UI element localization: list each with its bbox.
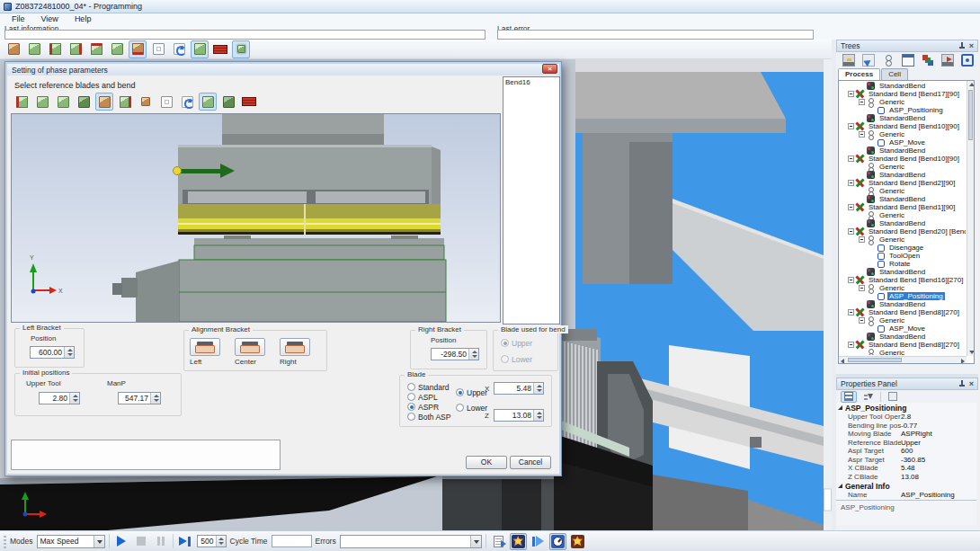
scroll-down-icon[interactable]: [969, 351, 975, 354]
tree-item[interactable]: Generic: [840, 98, 966, 106]
tree-item[interactable]: Generic: [840, 187, 966, 195]
tree-horizontal-scrollbar[interactable]: [839, 356, 967, 363]
dialog-toolbar-button[interactable]: [54, 93, 72, 111]
spinner-buttons[interactable]: [150, 393, 160, 404]
step-button[interactable]: [177, 534, 193, 549]
spinner-buttons[interactable]: [69, 393, 79, 404]
alignment-bracket-button[interactable]: [235, 338, 265, 356]
menu-item[interactable]: File: [4, 13, 33, 24]
tree-item[interactable]: Generic: [840, 284, 966, 292]
property-row[interactable]: X CBlade 5.48: [836, 464, 976, 473]
dialog-toolbar-button[interactable]: [219, 93, 237, 111]
tree-item[interactable]: ASP_Move: [840, 324, 966, 333]
spinner-buttons[interactable]: [64, 347, 74, 358]
main-toolbar-button[interactable]: [46, 40, 64, 58]
scroll-thumb[interactable]: [968, 90, 973, 140]
tree-vertical-scrollbar[interactable]: [967, 81, 974, 356]
tree-item[interactable]: Generic: [840, 130, 966, 138]
blade-type-radio[interactable]: ASPL: [407, 392, 450, 402]
tree-item[interactable]: Standard Bend [Bend8][270]: [840, 341, 966, 349]
ok-button[interactable]: OK: [466, 456, 507, 469]
main-toolbar-button[interactable]: [4, 40, 22, 58]
blade-type-radio[interactable]: ASPR: [407, 402, 450, 412]
expander-icon[interactable]: [848, 156, 854, 162]
tree-item[interactable]: ASP_Move: [840, 138, 966, 147]
pin-icon[interactable]: [958, 42, 966, 49]
dialog-toolbar-button[interactable]: [157, 93, 175, 111]
tree-tab[interactable]: Process: [838, 68, 880, 80]
expander-icon[interactable]: [848, 204, 854, 210]
blade-z-spinner[interactable]: 13.08: [494, 409, 544, 422]
tree-item[interactable]: StandardBend: [840, 333, 966, 341]
tree-item[interactable]: Standard Bend [Bend20] [Bend21][2: [840, 227, 966, 236]
tree-item[interactable]: ToolOpen: [840, 252, 966, 260]
alignment-bracket-button[interactable]: [190, 338, 220, 356]
blade-type-radio[interactable]: Standard: [407, 382, 450, 392]
bend-list-item[interactable]: Bend16: [503, 77, 559, 87]
properties-grid[interactable]: ASP_Positioning Upper Tool Oper 2.8 Bend…: [836, 403, 976, 500]
tree-item[interactable]: Generic: [840, 163, 966, 171]
property-row[interactable]: Bending line pos -0.77: [836, 422, 976, 431]
tree-item[interactable]: Generic: [840, 211, 966, 219]
dialog-titlebar[interactable]: Setting of phase parameters: [7, 64, 559, 76]
main-toolbar-button[interactable]: [232, 40, 250, 58]
trees-toolbar-button[interactable]: [920, 53, 936, 68]
property-row[interactable]: Z CBlade 13.08: [836, 473, 976, 482]
dialog-close-button[interactable]: ×: [542, 64, 557, 74]
tree-item[interactable]: Standard Bend [Bend10][90]: [840, 122, 966, 130]
dialog-3d-viewport[interactable]: Y X: [11, 113, 501, 323]
main-toolbar-button[interactable]: [170, 40, 188, 58]
expander-icon[interactable]: [859, 236, 865, 243]
simulation-option-button[interactable]: [549, 533, 566, 550]
main-toolbar-button[interactable]: [108, 40, 126, 58]
trees-toolbar-button[interactable]: [860, 53, 877, 68]
dialog-toolbar-button[interactable]: [33, 93, 51, 111]
tree-item[interactable]: Standard Bend [Bend1][90]: [840, 203, 966, 211]
menu-item[interactable]: View: [33, 13, 67, 24]
manp-spinner[interactable]: 547.17: [118, 392, 161, 404]
trees-toolbar-button[interactable]: [959, 53, 976, 68]
close-icon[interactable]: ×: [969, 380, 974, 387]
expander-icon[interactable]: [848, 91, 854, 97]
property-row[interactable]: Aspl Target 600: [836, 447, 976, 456]
trees-toolbar-button[interactable]: [940, 53, 956, 68]
pin-icon[interactable]: [958, 380, 966, 387]
dialog-toolbar-button[interactable]: [116, 93, 134, 111]
tree-item[interactable]: Disengage: [840, 244, 966, 252]
tree-item[interactable]: Standard Bend [Bend17][90]: [840, 90, 966, 98]
spinner-buttons[interactable]: [533, 383, 543, 394]
blade-side-radio[interactable]: Lower: [456, 403, 487, 413]
expander-icon[interactable]: [859, 285, 865, 291]
cancel-button[interactable]: Cancel: [510, 456, 551, 469]
expander-icon[interactable]: [848, 180, 854, 186]
dialog-toolbar-button[interactable]: [199, 93, 217, 111]
tree-item[interactable]: StandardBend: [840, 300, 966, 308]
cycle-time-field[interactable]: [272, 535, 312, 547]
main-toolbar-button[interactable]: [25, 40, 43, 58]
tree-item[interactable]: Standard Bend [Bend2][90]: [840, 179, 966, 187]
left-bracket-position-spinner[interactable]: 600.00: [30, 346, 75, 359]
speed-spinner[interactable]: 500: [197, 535, 227, 547]
menu-item[interactable]: Help: [67, 13, 100, 24]
window-titlebar[interactable]: Z08372481000_04* - Programming: [0, 0, 980, 13]
tree-item[interactable]: StandardBend: [840, 114, 966, 122]
blade-used-radio[interactable]: Upper: [501, 338, 532, 348]
main-toolbar-button[interactable]: [149, 40, 167, 58]
tree-item[interactable]: Rotate: [840, 260, 966, 268]
dialog-toolbar-button[interactable]: [13, 93, 31, 111]
properties-section-header[interactable]: ASP_Positioning: [836, 403, 976, 413]
dialog-message-box[interactable]: [11, 440, 281, 470]
dialog-toolbar-button[interactable]: [137, 93, 155, 111]
dialog-toolbar-button[interactable]: [240, 93, 258, 111]
tree-item[interactable]: StandardBend: [840, 195, 966, 203]
main-toolbar-button[interactable]: [67, 40, 85, 58]
expander-icon[interactable]: [848, 277, 854, 283]
expander-icon[interactable]: [848, 123, 854, 129]
tree-item[interactable]: StandardBend: [840, 171, 966, 179]
tree-item[interactable]: StandardBend: [840, 147, 966, 155]
properties-panel-header[interactable]: Properties Panel ×: [836, 378, 978, 390]
expander-icon[interactable]: [848, 309, 854, 315]
play-button[interactable]: [113, 534, 129, 549]
last-error-field[interactable]: [497, 30, 814, 40]
trees-toolbar-button[interactable]: [900, 53, 916, 68]
